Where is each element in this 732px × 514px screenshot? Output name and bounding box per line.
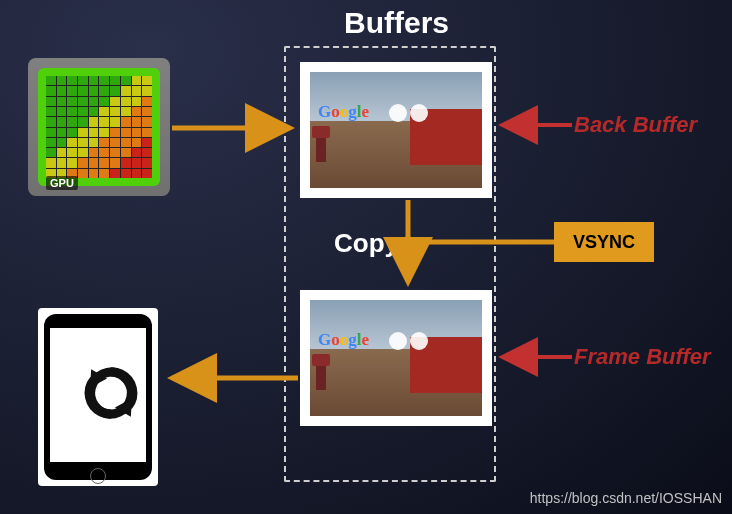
gpu-core-grid: [46, 76, 152, 178]
arrow-gpu-to-backbuffer: [172, 118, 304, 138]
refresh-icon: [78, 360, 144, 426]
gpu-label: GPU: [46, 176, 78, 190]
arrow-framebuffer-to-phone: [160, 368, 302, 388]
diagram-title: Buffers: [344, 6, 449, 40]
google-logo-icon: Google: [318, 330, 369, 350]
phone-device: [38, 308, 158, 486]
vsync-tag: VSYNC: [554, 222, 654, 262]
arrow-framebuffer-pointer: [494, 350, 576, 364]
gpu-chip: GPU: [28, 58, 170, 196]
phone-home-button: [90, 468, 106, 484]
watermark-text: https://blog.csdn.net/IOSSHAN: [530, 490, 722, 506]
frame-buffer-image: Google: [300, 290, 492, 426]
phone-screen: [50, 328, 146, 462]
google-logo-icon: Google: [318, 102, 369, 122]
frame-buffer-label: Frame Buffer: [574, 344, 711, 370]
back-buffer-label: Back Buffer: [574, 112, 697, 138]
arrow-backbuffer-pointer: [494, 118, 576, 132]
svg-point-5: [402, 236, 414, 248]
copy-label: Copy: [334, 228, 399, 259]
back-buffer-image: Google: [300, 62, 492, 198]
arrow-copy-down: [398, 200, 558, 296]
